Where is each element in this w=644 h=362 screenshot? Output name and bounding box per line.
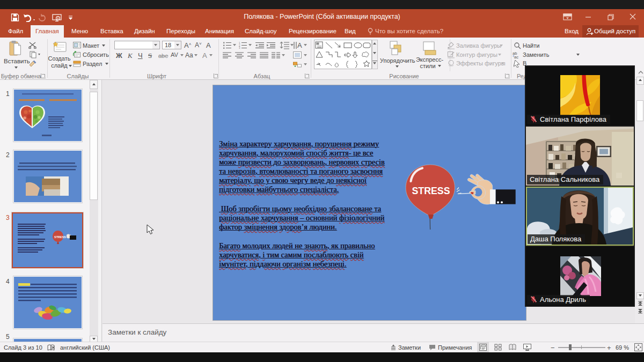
svg-text:STRESS: STRESS [54,235,66,239]
svg-text:3: 3 [239,47,240,49]
svg-text:STRESS: STRESS [412,185,450,196]
svg-text:A: A [297,41,302,49]
svg-text:ac: ac [514,55,518,59]
